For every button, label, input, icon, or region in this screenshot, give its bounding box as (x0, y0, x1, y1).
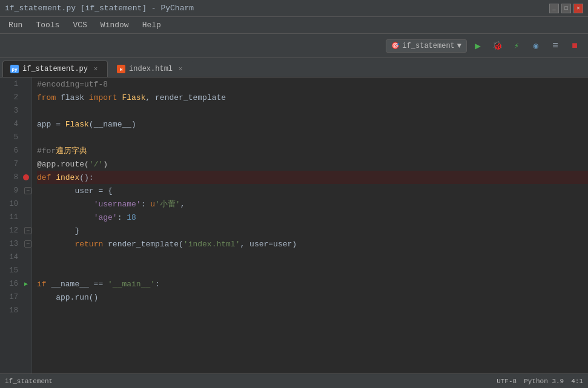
debug-button[interactable]: 🐞 (489, 38, 506, 54)
run-config-dropdown[interactable]: ▼ (457, 42, 461, 50)
kw-def: def (37, 173, 51, 182)
menu-tools[interactable]: Tools (30, 18, 65, 32)
code-area[interactable]: #encoding=utf-8 from flask import Flask … (32, 77, 588, 373)
line-num-13: 13 (0, 240, 23, 248)
maximize-button[interactable]: □ (561, 4, 571, 13)
tab-html-close[interactable]: × (176, 65, 185, 73)
coverage-button[interactable]: ⚡ (508, 38, 525, 54)
tabs: py if_statement.py × H index.html × (0, 58, 588, 77)
gutter-line-9: 9 − (0, 184, 31, 197)
line-num-5: 5 (0, 133, 23, 142)
kw-if: if (37, 280, 47, 289)
fn-index: index (56, 173, 79, 182)
tab-py-label: if_statement.py (22, 65, 88, 73)
tab-py-icon: py (10, 65, 19, 73)
gutter-line-11: 11 (0, 211, 31, 224)
title-bar: if_statement.py [if_statement] - PyCharm… (0, 0, 588, 17)
str-main: '__main__' (108, 280, 155, 289)
code-line-6: #for遍历字典 (37, 144, 588, 157)
menu-vcs[interactable]: VCS (67, 18, 93, 32)
gutter-line-14: 14 (0, 251, 31, 264)
gutter-line-5: 5 (0, 131, 31, 144)
vcs-button[interactable]: ≡ (547, 38, 564, 54)
line-num-7: 7 (0, 160, 23, 168)
run-config-icon: 🎯 (391, 42, 400, 50)
gutter-line-17: 17 (0, 291, 31, 304)
menu-run[interactable]: Run (2, 18, 28, 32)
line-num-10: 10 (0, 200, 23, 208)
ustr-u: u (150, 200, 155, 209)
gutter-line-8: 8 (0, 171, 31, 184)
gutter-line-10: 10 (0, 197, 31, 211)
status-left: if_statement (5, 378, 53, 385)
title-controls[interactable]: _ □ ✕ (549, 4, 583, 13)
code-line-15 (37, 264, 588, 277)
run-config[interactable]: 🎯 if_statement ▼ (386, 39, 467, 53)
code-line-12: } (37, 224, 588, 237)
str-xiaolei: '小蕾' (155, 199, 180, 209)
menu-help[interactable]: Help (136, 18, 167, 32)
line-num-12: 12 (0, 226, 23, 235)
fold-btn-13[interactable]: − (24, 240, 31, 248)
stop-button[interactable]: ■ (566, 38, 583, 54)
line-num-14: 14 (0, 253, 23, 261)
key-username: 'username' (94, 200, 141, 209)
gutter-line-12: 12 − (0, 224, 31, 237)
menu-bar: Run Tools VCS Window Help (0, 17, 588, 34)
tab-html[interactable]: H index.html × (109, 61, 193, 77)
editor-area: 1 2 3 4 5 6 7 (0, 77, 588, 373)
title-bar-left: if_statement.py [if_statement] - PyCharm (5, 4, 194, 13)
tab-html-icon: H (117, 65, 125, 73)
str-indexhtml: 'index.html' (183, 240, 240, 249)
gutter-line-16: 16 ▶ (0, 277, 31, 291)
code-line-3 (37, 104, 588, 117)
code-line-7: @app.route('/') (37, 157, 588, 171)
gutter-line-15: 15 (0, 264, 31, 277)
cls-flask2: Flask (65, 120, 89, 129)
profile-button[interactable]: ◉ (527, 38, 544, 54)
cm-for: #for (37, 146, 56, 156)
fold-btn-12[interactable]: − (24, 227, 31, 234)
code-line-14 (37, 251, 588, 264)
gutter-line-7: 7 (0, 157, 31, 171)
code-line-4: app = Flask (__name__) (37, 117, 588, 131)
run-button[interactable]: ▶ (469, 38, 486, 54)
code-line-18 (37, 304, 588, 317)
gutter-line-1: 1 (0, 77, 31, 91)
menu-window[interactable]: Window (94, 18, 135, 32)
line-num-16: 16 (0, 280, 23, 288)
line-num-8: 8 (0, 173, 23, 182)
gutter-line-4: 4 (0, 117, 31, 131)
kw-from: from (37, 93, 56, 102)
tab-py[interactable]: py if_statement.py × (2, 61, 108, 77)
code-l1: #encoding=utf-8 (37, 80, 108, 89)
kw-import: import (89, 93, 117, 102)
breakpoint-dot[interactable] (23, 174, 29, 180)
gutter-line-3: 3 (0, 104, 31, 117)
line-num-18: 18 (0, 306, 23, 315)
cls-flask: Flask (122, 93, 145, 102)
code-line-2: from flask import Flask , render_templat… (37, 91, 588, 104)
status-right: UTF-8 Python 3.9 4:1 (497, 378, 583, 385)
kw-return: return (74, 240, 103, 249)
status-config: if_statement (5, 378, 53, 385)
tab-py-close[interactable]: × (91, 65, 100, 73)
num-18: 18 (127, 213, 136, 222)
minimize-button[interactable]: _ (549, 4, 559, 13)
run-config-label: if_statement (402, 42, 454, 50)
code-line-11: 'age' : 18 (37, 211, 588, 224)
status-bar: if_statement UTF-8 Python 3.9 4:1 (0, 373, 588, 388)
key-age: 'age' (94, 213, 117, 222)
gutter-line-2: 2 (0, 91, 31, 104)
code-line-9: user = { (37, 184, 588, 197)
code-line-8: def index (): (37, 171, 588, 184)
line-num-6: 6 (0, 146, 23, 155)
code-line-13: return render_template( 'index.html' , u… (37, 237, 588, 251)
line-ind-8 (23, 174, 29, 180)
code-line-10: 'username' : u'小蕾' , (37, 197, 588, 211)
line-num-15: 15 (0, 266, 23, 275)
close-button[interactable]: ✕ (573, 4, 583, 13)
status-position: 4:1 (571, 378, 583, 385)
fold-btn-9[interactable]: − (24, 187, 31, 194)
code-line-5 (37, 131, 588, 144)
